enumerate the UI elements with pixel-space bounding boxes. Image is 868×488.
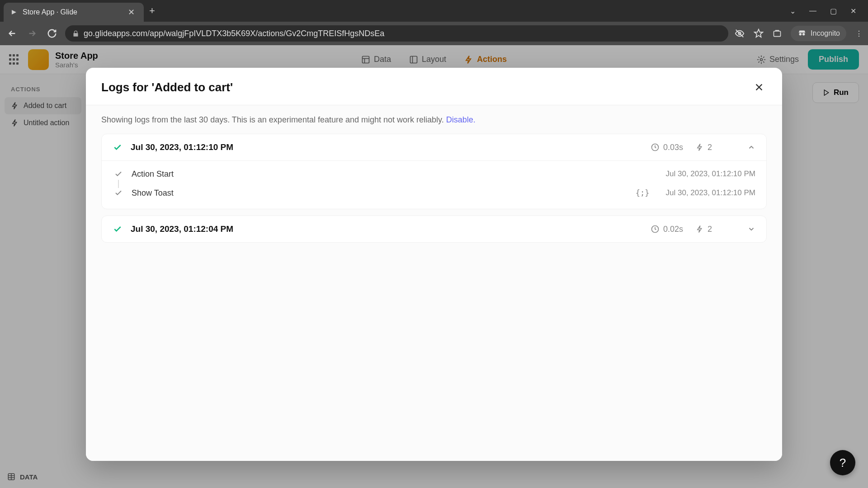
svg-rect-2 <box>774 31 781 37</box>
new-tab-button[interactable]: + <box>144 2 160 19</box>
browser-tab[interactable]: Store App · Glide ✕ <box>4 3 144 22</box>
info-banner: Showing logs from the last 30 days. This… <box>101 115 767 125</box>
json-icon[interactable]: {;} <box>636 188 650 197</box>
help-button[interactable]: ? <box>830 450 855 475</box>
back-button[interactable] <box>5 27 19 40</box>
url-text: go.glideapps.com/app/walgjFpIVLDTX3b5K69… <box>84 29 384 38</box>
incognito-label: Incognito <box>811 29 840 38</box>
tab-favicon-icon <box>10 8 18 16</box>
log-meta: 0.02s 2 <box>651 225 755 234</box>
browser-menu-icon[interactable]: ⋮ <box>855 29 863 38</box>
step-time: Jul 30, 2023, 01:12:10 PM <box>666 188 755 197</box>
log-step: Show Toast {;} Jul 30, 2023, 01:12:10 PM <box>113 183 755 202</box>
log-action-count: 2 <box>696 225 712 234</box>
address-bar-icons: Incognito ⋮ <box>735 26 863 41</box>
log-step: Action Start Jul 30, 2023, 01:12:10 PM <box>113 164 755 183</box>
log-timestamp: Jul 30, 2023, 01:12:10 PM <box>131 142 642 152</box>
logs-modal: Logs for 'Added to cart' Showing logs fr… <box>86 68 782 461</box>
modal-overlay[interactable]: Logs for 'Added to cart' Showing logs fr… <box>0 45 868 488</box>
disable-link[interactable]: Disable. <box>446 115 476 124</box>
modal-body: Showing logs from the last 30 days. This… <box>86 105 782 461</box>
modal-title: Logs for 'Added to cart' <box>101 80 233 94</box>
lock-icon <box>72 30 79 37</box>
log-action-count: 2 <box>696 143 712 152</box>
extensions-icon[interactable] <box>773 29 782 38</box>
svg-point-4 <box>802 33 805 36</box>
step-time: Jul 30, 2023, 01:12:10 PM <box>666 169 755 178</box>
log-duration: 0.03s <box>651 143 683 152</box>
bookmark-icon[interactable] <box>754 28 764 38</box>
close-icon[interactable] <box>751 80 767 95</box>
modal-header: Logs for 'Added to cart' <box>86 68 782 105</box>
log-duration: 0.02s <box>651 225 683 234</box>
log-meta: 0.03s 2 <box>651 143 755 152</box>
check-icon <box>113 224 123 234</box>
eye-off-icon[interactable] <box>735 28 745 38</box>
log-header-row[interactable]: Jul 30, 2023, 01:12:04 PM 0.02s 2 <box>102 216 766 242</box>
step-name: Show Toast <box>132 188 627 198</box>
log-timestamp: Jul 30, 2023, 01:12:04 PM <box>131 224 642 234</box>
close-window-icon[interactable]: ✕ <box>850 7 856 15</box>
reload-button[interactable] <box>45 27 59 40</box>
tab-dropdown-icon[interactable]: ⌄ <box>790 7 796 15</box>
step-name: Action Start <box>132 169 658 179</box>
svg-point-3 <box>799 33 802 36</box>
log-entry: Jul 30, 2023, 01:12:04 PM 0.02s 2 <box>101 216 767 243</box>
chevron-up-icon <box>747 143 755 151</box>
address-bar: go.glideapps.com/app/walgjFpIVLDTX3b5K69… <box>0 22 868 45</box>
incognito-badge[interactable]: Incognito <box>791 26 846 41</box>
tab-bar: Store App · Glide ✕ + ⌄ ― ▢ ✕ <box>0 0 868 22</box>
maximize-icon[interactable]: ▢ <box>830 7 837 15</box>
forward-button[interactable] <box>25 27 39 40</box>
check-icon <box>113 142 123 152</box>
tab-close-icon[interactable]: ✕ <box>125 6 137 18</box>
log-entry: Jul 30, 2023, 01:12:10 PM 0.03s 2 <box>101 134 767 209</box>
minimize-icon[interactable]: ― <box>809 7 816 15</box>
url-bar[interactable]: go.glideapps.com/app/walgjFpIVLDTX3b5K69… <box>65 25 728 42</box>
log-header-row[interactable]: Jul 30, 2023, 01:12:10 PM 0.03s 2 <box>102 134 766 160</box>
browser-chrome: Store App · Glide ✕ + ⌄ ― ▢ ✕ go.glideap… <box>0 0 868 45</box>
tab-title: Store App · Glide <box>23 8 121 16</box>
log-steps: Action Start Jul 30, 2023, 01:12:10 PM S… <box>102 160 766 209</box>
check-icon <box>113 169 123 179</box>
chevron-down-icon <box>747 225 755 233</box>
check-icon <box>113 188 123 198</box>
window-controls: ⌄ ― ▢ ✕ <box>790 7 864 15</box>
